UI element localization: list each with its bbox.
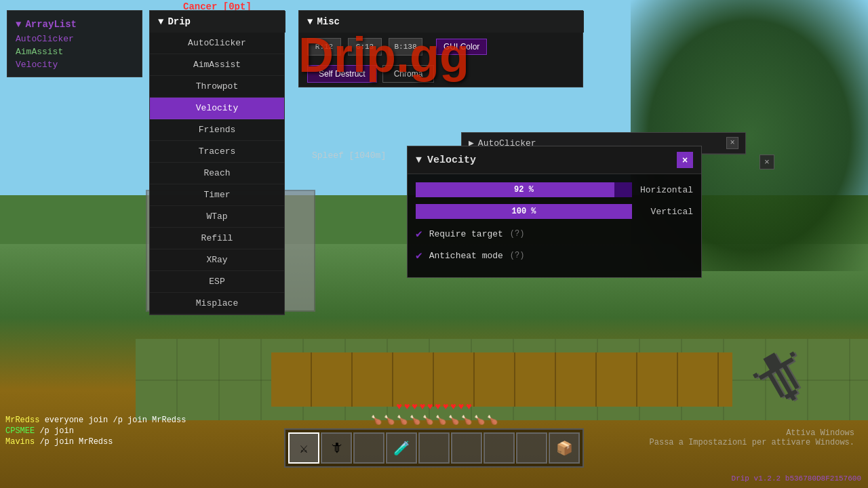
velocity-header: ▼ Velocity ×	[408, 146, 701, 174]
heart-3: ♥	[412, 401, 417, 412]
food-9: 🍗	[474, 415, 485, 426]
misc-title: ▼ Misc	[299, 11, 584, 33]
food-4: 🍗	[410, 415, 420, 426]
triangle-icon: ▼	[158, 16, 163, 27]
arraylist-item-velocity[interactable]: Velocity	[7, 58, 142, 71]
anticheat-hint[interactable]: (?)	[510, 251, 525, 260]
misc-color-row: R:12 G:13 B:138 GUI Color	[299, 33, 583, 61]
misc-r-input[interactable]: R:12	[307, 38, 341, 56]
drip-menu-timer[interactable]: Timer	[150, 184, 284, 206]
drip-menu-esp[interactable]: ESP	[150, 271, 284, 293]
autoclicker-close-button[interactable]: ×	[726, 137, 738, 149]
hotbar-slot-2[interactable]: 🗡	[321, 432, 352, 464]
heart-8: ♥	[450, 401, 456, 412]
hotbar-slot-7[interactable]	[484, 432, 515, 464]
velocity-close-button[interactable]: ×	[677, 152, 693, 168]
food-6: 🍗	[435, 415, 446, 426]
heart-7: ♥	[443, 401, 448, 412]
chat-line-3: Mavins /p join MrRedss	[5, 437, 279, 447]
hotbar-slot-6[interactable]	[451, 432, 482, 464]
arraylist-item-aimassist[interactable]: AimAssist	[7, 45, 142, 58]
require-target-label: Require target	[429, 229, 503, 239]
heart-1: ♥	[396, 401, 401, 412]
heart-10: ♥	[466, 401, 471, 412]
windows-activation-line1: Attiva Windows	[650, 428, 854, 438]
heart-4: ♥	[420, 401, 425, 412]
anticheat-label: Anticheat mode	[429, 251, 503, 261]
chat-line-1: MrRedss everyone join /p join MrRedss	[5, 415, 279, 425]
require-target-row: ✔ Require target (?)	[416, 226, 693, 242]
velocity-title-text: ▼ Velocity	[416, 155, 476, 166]
windows-activation-line2: Passa a Impostazioni per attivare Window…	[650, 438, 854, 447]
heart-6: ♥	[435, 401, 441, 412]
chat-name-3: Mavins	[5, 437, 35, 447]
anticheat-row: ✔ Anticheat mode (?)	[416, 247, 693, 264]
wood-floor	[271, 352, 732, 407]
anticheat-checkbox[interactable]: ✔	[416, 249, 422, 262]
horizontal-slider[interactable]: 92 %	[416, 182, 632, 197]
hotbar-slot-9[interactable]: 📦	[549, 432, 580, 464]
drip-version-text: Drip v1.2.2 b536780D8F2157600	[732, 474, 861, 483]
drip-menu-tracers[interactable]: Tracers	[150, 141, 284, 163]
food-5: 🍗	[422, 415, 433, 426]
vertical-slider[interactable]: 100 %	[416, 204, 632, 219]
gui-color-button[interactable]: GUI Color	[436, 39, 487, 55]
food-7: 🍗	[448, 415, 459, 426]
horizontal-slider-row: 92 % Horizontal	[416, 182, 693, 197]
drip-menu-friends[interactable]: Friends	[150, 119, 284, 141]
heart-9: ♥	[458, 401, 464, 412]
chat-line-2: CPSMEE /p join	[5, 426, 279, 436]
hotbar: ⚔ 🗡 🧪 📦	[284, 428, 584, 468]
triangle-icon: ▼	[307, 16, 313, 27]
hotbar-area: ♥ ♥ ♥ ♥ ♥ ♥ ♥ ♥ ♥ ♥ 🍗 🍗 🍗 🍗 🍗 🍗 🍗 🍗 🍗 🍗 …	[284, 401, 584, 468]
self-destruct-button[interactable]: Self Destruct	[307, 65, 377, 83]
triangle-icon: ▼	[16, 19, 21, 30]
food-2: 🍗	[384, 415, 395, 426]
chat-message-3: /p join MrRedss	[39, 437, 113, 447]
food-8: 🍗	[461, 415, 472, 426]
drip-menu-velocity[interactable]: Velocity	[150, 98, 284, 119]
chat-message-1: everyone join /p join MrRedss	[45, 415, 186, 425]
arraylist-item-autoclicker[interactable]: AutoClicker	[7, 33, 142, 45]
food-10: 🍗	[487, 415, 498, 426]
second-close-button[interactable]: ×	[760, 155, 774, 169]
chat-message-2: /p join	[39, 426, 73, 436]
hotbar-slot-1[interactable]: ⚔	[288, 432, 319, 464]
hotbar-slot-4[interactable]: 🧪	[386, 432, 417, 464]
misc-g-input[interactable]: G:13	[348, 38, 382, 56]
drip-menu-wtap[interactable]: WTap	[150, 206, 284, 228]
drip-menu-aimassist[interactable]: AimAssist	[150, 54, 284, 76]
misc-panel: ▼ Misc R:12 G:13 B:138 GUI Color Self De…	[298, 10, 583, 87]
drip-menu-refill[interactable]: Refill	[150, 228, 284, 249]
hotbar-slot-5[interactable]	[418, 432, 450, 464]
drip-menu-throwpot[interactable]: Throwpot	[150, 76, 284, 98]
heart-2: ♥	[404, 401, 410, 412]
misc-b-input[interactable]: B:138	[389, 38, 422, 56]
require-target-checkbox[interactable]: ✔	[416, 227, 422, 241]
drip-menu-title: ▼ Drip	[150, 11, 285, 33]
hotbar-slot-3[interactable]	[353, 432, 384, 464]
velocity-panel: ▼ Velocity × 92 % Horizontal 100 % Verti…	[407, 146, 702, 278]
drip-menu-reach[interactable]: Reach	[150, 163, 284, 184]
chat-name-2: CPSMEE	[5, 426, 35, 436]
drip-menu-misplace[interactable]: Misplace	[150, 293, 284, 314]
misc-buttons-row: Self Destruct Chroma	[299, 61, 583, 87]
spleet-hud: Spleef [1040m]	[312, 150, 386, 161]
hotbar-slot-8[interactable]	[516, 432, 547, 464]
chat-area: MrRedss everyone join /p join MrRedss CP…	[0, 413, 285, 451]
health-bar: ♥ ♥ ♥ ♥ ♥ ♥ ♥ ♥ ♥ ♥	[396, 401, 471, 412]
arraylist-title: ▼ ArrayList	[7, 16, 142, 33]
vertical-slider-row: 100 % Vertical	[416, 204, 693, 219]
drip-menu-xray[interactable]: XRay	[150, 249, 284, 271]
drip-menu-autoclicker[interactable]: AutoClicker	[150, 33, 284, 54]
heart-5: ♥	[427, 401, 433, 412]
velocity-body: 92 % Horizontal 100 % Vertical ✔ Require…	[408, 174, 701, 277]
horizontal-label: Horizontal	[639, 185, 693, 195]
food-bar: 🍗 🍗 🍗 🍗 🍗 🍗 🍗 🍗 🍗 🍗	[371, 415, 498, 426]
chat-name-1: MrRedss	[5, 415, 39, 425]
chroma-button[interactable]: Chroma	[382, 65, 435, 83]
windows-activation: Attiva Windows Passa a Impostazioni per …	[650, 428, 854, 447]
require-target-hint[interactable]: (?)	[510, 229, 525, 239]
drip-menu-panel: ▼ Drip AutoClicker AimAssist Throwpot Ve…	[149, 10, 285, 315]
arraylist-panel: ▼ ArrayList AutoClicker AimAssist Veloci…	[7, 10, 142, 77]
